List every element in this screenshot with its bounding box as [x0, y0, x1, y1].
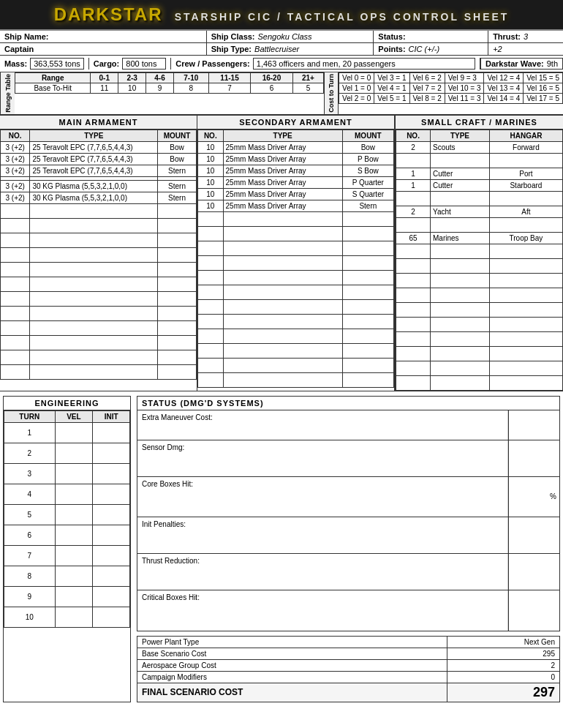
ship-name-label: Ship Name:	[4, 32, 49, 41]
final-cost-value: 297	[447, 683, 560, 702]
sec-arm-col-mount: MOUNT	[342, 130, 393, 141]
points-modifier-cell: +2	[488, 43, 563, 55]
final-cost-label: FINAL SCENARIO COST	[137, 683, 447, 702]
vel-124: Vel 12 = 4	[484, 73, 524, 83]
status-row-init: Init Penalties:	[137, 517, 559, 554]
table-row: 3 (+2)30 KG Plasma (5,5,3,2,1,0,0)Stern	[1, 192, 197, 203]
vel-134: Vel 13 = 4	[484, 83, 524, 94]
maneuver-label: Extra Maneuver Cost:	[137, 410, 508, 440]
table-row: 1025mm Mass Driver ArrayS Bow	[198, 165, 394, 176]
eng-col-vel: VEL	[55, 410, 93, 422]
secondary-armament-section: SECONDARY ARMAMENT NO. TYPE MOUNT 1025mm…	[197, 116, 395, 391]
sc-col-hangar: HANGAR	[489, 130, 562, 141]
table-row	[198, 372, 394, 387]
list-item: 5	[4, 504, 130, 525]
vel-72: Vel 7 = 2	[409, 83, 445, 94]
table-row	[396, 346, 563, 361]
campaign-modifiers-value: 0	[447, 671, 560, 683]
list-item: 3	[4, 463, 130, 484]
status-row-maneuver: Extra Maneuver Cost:	[137, 410, 559, 440]
table-row	[1, 277, 197, 291]
table-row	[396, 273, 563, 288]
thrust-cell: Thrust: 3	[488, 31, 563, 42]
table-row: 1CutterPort	[396, 168, 563, 179]
main-arm-col-type: TYPE	[30, 130, 158, 141]
wave-label: Darkstar Wave:	[485, 59, 544, 68]
list-item: 7	[4, 545, 130, 566]
cargo-value: 800 tons	[122, 58, 166, 70]
ship-type-cell: Ship Type: Battlecruiser	[207, 43, 374, 55]
table-row	[198, 285, 394, 299]
table-row	[396, 361, 563, 375]
cost-to-turn-label: Cost to Turn	[324, 72, 339, 114]
table-row: Power Plant Type Next Gen	[137, 636, 560, 648]
range-header: Range	[15, 73, 91, 83]
maneuver-value	[508, 410, 559, 440]
table-row	[1, 335, 197, 350]
status-row-sensor: Sensor Dmg:	[137, 440, 559, 477]
status-label: Status:	[378, 32, 405, 41]
thrust-reduction-value	[508, 554, 559, 590]
table-row: 1025mm Mass Driver ArrayP Quarter	[198, 176, 394, 188]
list-item: 4	[4, 484, 130, 504]
status-cell: Status:	[374, 31, 488, 42]
captain-cell: Captain	[0, 43, 207, 55]
status-dmg-title: STATUS (DMG'D SYSTEMS)	[137, 397, 559, 410]
table-row	[198, 255, 394, 270]
engineering-section: ENGINEERING TURN VEL INIT 1 2 3 4 5 6 7 …	[3, 396, 131, 702]
ship-info-row1: Ship Name: Ship Class: Sengoku Class Sta…	[0, 31, 563, 43]
range-val-3: 8	[173, 83, 208, 94]
table-row	[1, 233, 197, 247]
core-boxes-label: Core Boxes Hit:	[137, 477, 508, 517]
sc-col-type: TYPE	[431, 130, 490, 141]
table-row	[1, 291, 197, 306]
range-section: Range Table Range 0-1 2-3 4-6 7-10 11-15…	[0, 72, 563, 116]
page-header: DARKSTAR STARSHIP CIC / TACTICAL OPS CON…	[0, 0, 563, 31]
range-col-1115: 11-15	[208, 73, 251, 83]
table-row: 65MarinesTroop Bay	[396, 232, 563, 244]
sensor-label: Sensor Dmg:	[137, 440, 508, 476]
range-val-0: 11	[91, 83, 118, 94]
table-row	[1, 203, 197, 218]
table-row	[1, 218, 197, 233]
small-craft-section: SMALL CRAFT / MARINES NO. TYPE HANGAR 2S…	[395, 116, 563, 391]
table-row	[1, 364, 197, 379]
ship-info-row2: Captain Ship Type: Battlecruiser Points:…	[0, 43, 563, 56]
range-val-1: 10	[118, 83, 146, 94]
range-col-23: 2-3	[118, 73, 146, 83]
ship-class-value: Sengoku Class	[258, 32, 312, 41]
engineering-title: ENGINEERING	[4, 397, 130, 410]
points-cell: Points: CIC (+/-)	[374, 43, 488, 55]
darkstar-wave-cell: Darkstar Wave: 9th	[480, 58, 563, 70]
range-col-01: 0-1	[91, 73, 118, 83]
status-row-thrust: Thrust Reduction:	[137, 554, 559, 590]
power-plant-table: Power Plant Type Next Gen Base Scenario …	[137, 636, 560, 702]
eng-col-turn: TURN	[4, 410, 56, 422]
table-row: 2YachtAft	[396, 206, 563, 217]
base-to-hit-label: Base To-Hit	[15, 83, 91, 94]
range-col-21p: 21+	[292, 73, 323, 83]
main-arm-col-no: NO.	[1, 130, 30, 141]
table-row	[198, 329, 394, 343]
table-row	[198, 211, 394, 226]
main-sections: MAIN ARMAMENT NO. TYPE MOUNT 3 (+2)25 Te…	[0, 116, 563, 391]
base-scenario-label: Base Scenario Cost	[137, 648, 447, 659]
table-row: 1025mm Mass Driver ArrayStern	[198, 200, 394, 211]
mass-cell: Mass: 363,553 tons	[0, 58, 89, 70]
sec-arm-col-no: NO.	[198, 130, 224, 141]
sensor-value	[508, 440, 559, 476]
mass-row: Mass: 363,553 tons Cargo: 800 tons Crew …	[0, 56, 563, 72]
table-row: 3 (+2)25 Teravolt EPC (7,7,6,5,4,4,3)Bow	[1, 153, 197, 165]
vel-113: Vel 11 = 3	[445, 94, 484, 104]
sc-col-no: NO.	[396, 130, 431, 141]
vel-00: Vel 0 = 0	[339, 73, 374, 83]
core-boxes-value: %	[508, 477, 559, 517]
vel-165: Vel 16 = 5	[524, 83, 563, 94]
table-row	[396, 258, 563, 273]
wave-value: 9th	[547, 59, 558, 68]
vel-41: Vel 4 = 1	[374, 83, 409, 94]
critical-boxes-value	[508, 590, 559, 631]
table-row	[1, 247, 197, 262]
vel-82: Vel 8 = 2	[409, 94, 445, 104]
table-row	[198, 314, 394, 329]
